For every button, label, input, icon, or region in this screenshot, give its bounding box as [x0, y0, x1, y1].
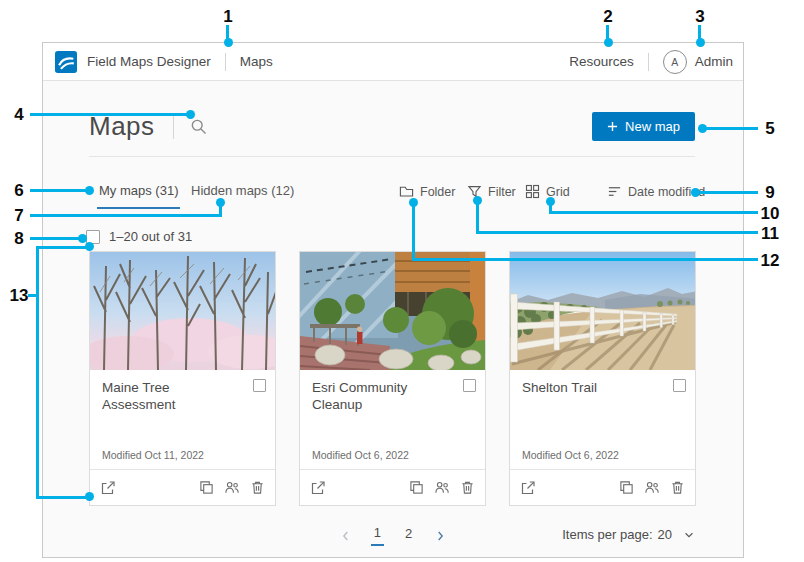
- previous-page-button[interactable]: [339, 529, 353, 543]
- callout-number: 3: [695, 8, 704, 25]
- map-card-body: Esri Community Cleanup Modified Oct 6, 2…: [300, 370, 485, 469]
- items-per-page-label: Items per page:: [562, 527, 652, 542]
- header-divider: [225, 53, 226, 71]
- callout-line: [36, 246, 86, 249]
- callout-dot: [409, 198, 418, 207]
- tab-my-maps[interactable]: My maps (31): [97, 183, 180, 209]
- duplicate-icon[interactable]: [619, 480, 634, 495]
- callout-line: [549, 211, 758, 214]
- duplicate-icon[interactable]: [409, 480, 424, 495]
- callout-number: 6: [14, 182, 23, 199]
- map-thumbnail[interactable]: [90, 252, 275, 370]
- callout-number: 4: [14, 106, 23, 123]
- callout-line: [30, 113, 188, 116]
- open-map-icon[interactable]: [310, 480, 326, 496]
- map-card-checkbox[interactable]: [673, 379, 686, 392]
- chevron-left-icon: [339, 529, 353, 543]
- avatar[interactable]: A: [663, 50, 687, 74]
- callout-line: [476, 202, 479, 233]
- selection-row: 1–20 out of 31: [86, 229, 192, 244]
- map-card-footer: [90, 469, 275, 505]
- callout-line: [30, 214, 222, 217]
- callout-dot: [224, 38, 233, 47]
- callout-dot: [85, 186, 94, 195]
- callout-dot: [698, 124, 707, 133]
- folder-icon: [399, 184, 414, 199]
- items-per-page-dropdown[interactable]: Items per page: 20: [562, 527, 695, 542]
- next-page-button[interactable]: [433, 529, 447, 543]
- app-header: Field Maps Designer Maps Resources A Adm…: [43, 43, 743, 81]
- callout-dot: [696, 38, 705, 47]
- callout-line: [412, 204, 415, 260]
- map-thumbnail[interactable]: [300, 252, 485, 370]
- callout-line: [698, 25, 701, 39]
- new-map-label: New map: [625, 119, 680, 134]
- chevron-down-icon: [683, 529, 695, 541]
- map-card-title: Esri Community Cleanup: [312, 380, 473, 414]
- map-card-body: Shelton Trail Modified Oct 6, 2022: [510, 370, 695, 469]
- tab-hidden-maps[interactable]: Hidden maps (12): [191, 183, 294, 207]
- callout-line: [606, 25, 609, 39]
- map-card-modified-date: Modified Oct 11, 2022: [102, 449, 204, 461]
- folder-button[interactable]: Folder: [399, 184, 455, 199]
- filter-label: Filter: [488, 185, 516, 199]
- callout-line: [226, 25, 229, 39]
- map-card-footer: [300, 469, 485, 505]
- callout-line: [30, 237, 80, 240]
- map-card-checkbox[interactable]: [253, 379, 266, 392]
- plus-icon: [607, 121, 618, 132]
- map-card-footer: [510, 469, 695, 505]
- map-card[interactable]: Shelton Trail Modified Oct 6, 2022: [509, 251, 696, 506]
- share-group-icon[interactable]: [224, 480, 240, 495]
- user-name[interactable]: Admin: [695, 54, 733, 69]
- chevron-right-icon: [433, 529, 447, 543]
- page-header-rule: [89, 156, 695, 157]
- folder-label: Folder: [420, 185, 455, 199]
- open-map-icon[interactable]: [520, 480, 536, 496]
- delete-icon[interactable]: [670, 480, 685, 495]
- new-map-button[interactable]: New map: [592, 112, 695, 141]
- share-group-icon[interactable]: [644, 480, 660, 495]
- callout-number: 5: [765, 120, 774, 137]
- callout-dot: [546, 197, 555, 206]
- page-header: Maps New map: [89, 105, 695, 147]
- callout-number: 2: [603, 8, 612, 25]
- callout-dot: [78, 234, 87, 243]
- callout-line: [36, 246, 39, 499]
- callout-number: 12: [761, 252, 780, 269]
- sort-descending-icon: [607, 184, 622, 199]
- page-1-button[interactable]: 1: [371, 525, 384, 546]
- map-thumbnail[interactable]: [510, 252, 695, 370]
- nav-item-maps[interactable]: Maps: [240, 54, 273, 69]
- callout-line: [476, 231, 758, 234]
- nav-item-resources[interactable]: Resources: [569, 54, 634, 69]
- app-window: Field Maps Designer Maps Resources A Adm…: [42, 42, 744, 558]
- header-divider: [648, 53, 649, 71]
- duplicate-icon[interactable]: [199, 480, 214, 495]
- map-card-body: Maine Tree Assessment Modified Oct 11, 2…: [90, 370, 275, 469]
- callout-line: [36, 496, 86, 499]
- selection-count-label: 1–20 out of 31: [109, 229, 192, 244]
- callout-dot: [186, 110, 195, 119]
- search-button[interactable]: [190, 118, 207, 135]
- map-card[interactable]: Esri Community Cleanup Modified Oct 6, 2…: [299, 251, 486, 506]
- items-per-page-value: 20: [658, 527, 672, 542]
- delete-icon[interactable]: [250, 480, 265, 495]
- map-card-grid: Maine Tree Assessment Modified Oct 11, 2…: [89, 251, 696, 506]
- map-card-checkbox[interactable]: [463, 379, 476, 392]
- map-card-title: Maine Tree Assessment: [102, 380, 263, 414]
- callout-number: 9: [765, 184, 774, 201]
- callout-number: 8: [14, 230, 23, 247]
- title-divider: [173, 113, 174, 139]
- callout-number: 10: [761, 205, 780, 222]
- callout-line: [30, 189, 87, 192]
- page-2-button[interactable]: 2: [402, 526, 415, 545]
- app-title: Field Maps Designer: [87, 54, 211, 69]
- share-group-icon[interactable]: [434, 480, 450, 495]
- callout-dot: [85, 492, 94, 501]
- delete-icon[interactable]: [460, 480, 475, 495]
- open-map-icon[interactable]: [100, 480, 116, 496]
- map-card[interactable]: Maine Tree Assessment Modified Oct 11, 2…: [89, 251, 276, 506]
- esri-logo: [55, 51, 77, 73]
- map-card-modified-date: Modified Oct 6, 2022: [312, 449, 409, 461]
